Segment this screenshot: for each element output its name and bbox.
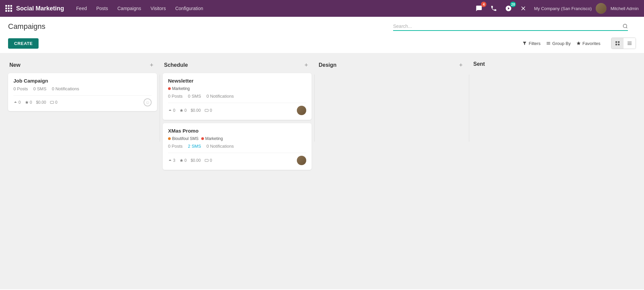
- svg-rect-15: [628, 43, 632, 43]
- card-posts: 0 Posts: [168, 94, 182, 99]
- search-button[interactable]: [623, 23, 628, 29]
- kanban-view-button[interactable]: [611, 38, 624, 49]
- card-posts: 0 Posts: [13, 86, 28, 91]
- footer-metrics: 3 0 $0.00 0: [168, 158, 212, 163]
- list-view-button[interactable]: [624, 38, 636, 49]
- column-new-header: New +: [8, 58, 157, 73]
- column-sent: Sent: [469, 58, 624, 71]
- toolbar-right: Filters Group By Favorites: [522, 38, 636, 49]
- card-title: Newsletter: [168, 78, 306, 84]
- page-title: Campaigns: [8, 22, 45, 31]
- activity-icon-btn[interactable]: 28: [503, 3, 514, 14]
- chat-icon-btn[interactable]: 4: [474, 3, 484, 14]
- activity-badge: 28: [510, 2, 516, 7]
- column-schedule-header: Schedule +: [163, 58, 312, 73]
- svg-rect-6: [5, 10, 7, 12]
- toolbar-left: CREATE: [8, 38, 39, 49]
- column-design-title: Design: [319, 62, 336, 68]
- metric-stars: 0: [25, 100, 32, 105]
- card-job-campaign[interactable]: Job Campaign 0 Posts 0 SMS 0 Notificatio…: [8, 73, 157, 111]
- metric-clicks: 0: [13, 100, 21, 105]
- tag-bioutifoul: Bioutifoul SMS: [168, 136, 199, 141]
- svg-rect-8: [10, 10, 12, 12]
- card-footer: 3 0 $0.00 0: [168, 153, 306, 165]
- column-new: New + Job Campaign 0 Posts 0 SMS 0 Notif…: [5, 58, 160, 114]
- svg-rect-13: [618, 44, 620, 45]
- user-avatar[interactable]: [596, 3, 606, 14]
- phone-icon-btn[interactable]: [488, 3, 499, 14]
- col-separator-2: [314, 75, 315, 142]
- svg-rect-16: [628, 44, 632, 45]
- card-sms: 0 SMS: [188, 94, 201, 99]
- close-icon-btn[interactable]: [518, 3, 529, 14]
- column-design-header: Design +: [317, 58, 466, 73]
- svg-rect-7: [8, 10, 10, 12]
- page-header: Campaigns: [0, 17, 644, 35]
- user-name: Mitchell Admin: [610, 6, 639, 11]
- metric-clicks: 3: [168, 158, 175, 163]
- card-stats: 0 Posts 0 SMS 0 Notifications: [13, 86, 152, 91]
- card-notifications: 0 Notifications: [52, 86, 79, 91]
- svg-rect-17: [50, 101, 54, 104]
- column-new-add[interactable]: +: [148, 61, 156, 69]
- column-schedule: Schedule + Newsletter Marketing 0 Posts …: [160, 58, 314, 173]
- card-title: XMas Promo: [168, 128, 306, 134]
- card-title: Job Campaign: [13, 78, 152, 84]
- search-bar: [393, 22, 628, 31]
- kanban-board: New + Job Campaign 0 Posts 0 SMS 0 Notif…: [0, 53, 644, 289]
- column-design: Design +: [315, 58, 469, 73]
- svg-rect-2: [10, 5, 12, 7]
- menu-posts[interactable]: Posts: [92, 4, 112, 13]
- toolbar: CREATE Filters Group By Favorites: [0, 35, 644, 53]
- menu-configuration[interactable]: Configuration: [171, 4, 207, 13]
- menu-visitors[interactable]: Visitors: [147, 4, 170, 13]
- topnav-right: 4 28 My Company (San Francisco) Mitchell…: [474, 3, 639, 14]
- filters-label: Filters: [529, 41, 540, 46]
- card-avatar: ☺: [144, 98, 152, 106]
- tag-marketing: Marketing: [201, 136, 223, 141]
- svg-rect-19: [205, 159, 208, 162]
- tag-dot: [168, 87, 171, 90]
- svg-rect-11: [618, 41, 620, 43]
- card-xmas-promo[interactable]: XMas Promo Bioutifoul SMS Marketing 0 Po…: [163, 123, 312, 170]
- top-menu: Feed Posts Campaigns Visitors Configurat…: [72, 4, 474, 13]
- footer-metrics: 0 0 $0.00 0: [13, 100, 57, 105]
- metric-revenue: $0.00: [36, 100, 46, 105]
- group-by-label: Group By: [552, 41, 571, 46]
- svg-point-9: [623, 24, 627, 28]
- column-design-add[interactable]: +: [457, 61, 465, 69]
- card-sms-highlight: 2 SMS: [188, 144, 201, 149]
- company-name: My Company (San Francisco): [534, 6, 592, 11]
- column-new-title: New: [9, 62, 20, 68]
- menu-campaigns[interactable]: Campaigns: [113, 4, 145, 13]
- grid-menu-icon[interactable]: [5, 5, 12, 12]
- metric-stars: 0: [179, 158, 187, 163]
- favorites-label: Favorites: [583, 41, 600, 46]
- favorites-button[interactable]: Favorites: [576, 41, 600, 46]
- tag-marketing: Marketing: [168, 86, 190, 91]
- metric-revenue: $0.00: [191, 158, 201, 163]
- column-schedule-add[interactable]: +: [302, 61, 310, 69]
- main-content: Campaigns CREATE Filters Group By Favori…: [0, 17, 644, 290]
- metric-stars: 0: [179, 108, 187, 113]
- svg-rect-14: [628, 42, 632, 42]
- svg-rect-3: [5, 8, 7, 9]
- svg-rect-12: [615, 44, 617, 45]
- column-schedule-title: Schedule: [164, 62, 188, 68]
- svg-rect-10: [615, 41, 617, 43]
- card-notifications: 0 Notifications: [206, 94, 234, 99]
- card-footer: 0 0 $0.00 0: [168, 103, 306, 115]
- card-tags: Bioutifoul SMS Marketing: [168, 136, 306, 141]
- col-separator-3: [469, 75, 469, 142]
- menu-feed[interactable]: Feed: [72, 4, 91, 13]
- metric-impressions: 0: [50, 100, 57, 105]
- card-avatar: [297, 156, 306, 165]
- filters-button[interactable]: Filters: [522, 41, 540, 46]
- group-by-button[interactable]: Group By: [546, 41, 571, 46]
- card-newsletter[interactable]: Newsletter Marketing 0 Posts 0 SMS 0 Not…: [163, 73, 312, 120]
- card-notifications: 0 Notifications: [206, 144, 234, 149]
- card-footer: 0 0 $0.00 0 ☺: [13, 95, 152, 106]
- search-input[interactable]: [393, 22, 623, 30]
- create-button[interactable]: CREATE: [8, 38, 39, 49]
- svg-rect-4: [8, 8, 10, 9]
